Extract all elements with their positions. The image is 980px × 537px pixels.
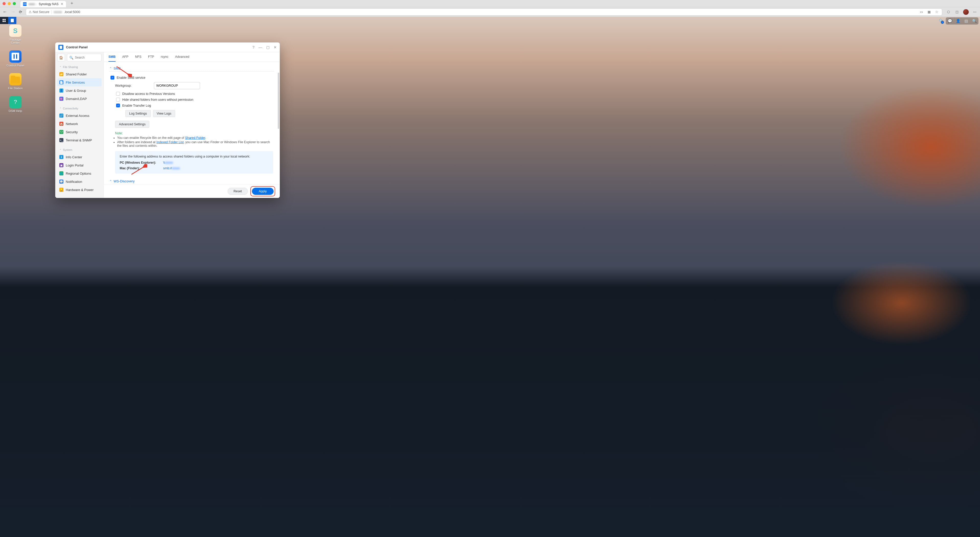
extensions-icon[interactable]: ⬡: [946, 10, 951, 14]
minimize-icon[interactable]: —: [259, 45, 262, 49]
bookmark-star-icon[interactable]: ☆: [934, 10, 939, 14]
advanced-settings-button[interactable]: Advanced Settings: [115, 121, 150, 128]
enable-transfer-log-label: Enable Transfer Log: [122, 104, 151, 107]
extension-2-icon[interactable]: ◫: [955, 10, 959, 14]
tab-afp[interactable]: AFP: [122, 52, 128, 62]
qr-icon[interactable]: ▦: [927, 10, 932, 14]
tray-search-icon[interactable]: 🔍: [972, 18, 977, 24]
sidebar-item-network[interactable]: 🏠Network: [57, 120, 102, 128]
sidebar-item-domain-ldap[interactable]: 🆔Domain/LDAP: [57, 95, 102, 103]
smb-content-scroll[interactable]: ⌃ SMB Enable SMB service Workg: [104, 62, 280, 184]
ws-discovery-section-header[interactable]: ⌃ WS-Discovery: [110, 178, 274, 184]
browser-toolbar: ← → ⟳ ⚠ Not Secure xxxxx.local:5000 ▭ ▦ …: [0, 7, 980, 17]
scrollbar-thumb[interactable]: [278, 73, 279, 129]
tray-package-update-icon[interactable]: 🔍: [939, 18, 944, 24]
control-panel-icon: [9, 50, 21, 63]
sidebar-group-connectivity[interactable]: Connectivity: [57, 105, 102, 111]
notification-icon: 💬: [59, 180, 64, 184]
hide-shared-checkbox[interactable]: [116, 98, 120, 102]
main-menu-button[interactable]: [0, 17, 8, 24]
control-panel-taskbar-button[interactable]: [8, 17, 16, 24]
file-services-panel: SMB AFP NFS FTP rsync Advanced ⌃ SMB: [104, 52, 280, 198]
tab-smb[interactable]: SMB: [108, 52, 116, 62]
tab-rsync[interactable]: rsync: [161, 52, 169, 62]
sidebar-item-user-group[interactable]: 👤User & Group: [57, 86, 102, 95]
indexed-folder-list-link[interactable]: Indexed Folder List: [156, 140, 184, 144]
sidebar-item-label: File Services: [66, 81, 85, 84]
tray-user-icon[interactable]: 👤: [955, 18, 961, 24]
tab-advanced[interactable]: Advanced: [175, 52, 189, 62]
log-settings-button[interactable]: Log Settings: [125, 110, 151, 117]
desktop-icon-dsm-help[interactable]: ? DSM Help: [5, 96, 25, 113]
desktop-icon-package-center[interactable]: Package Center: [5, 25, 25, 44]
reset-button[interactable]: Reset: [228, 188, 248, 195]
shared-folder-link[interactable]: Shared Folder: [185, 136, 205, 140]
sidebar-item-notification[interactable]: 💬Notification: [57, 178, 102, 186]
dsm-help-icon: ?: [9, 96, 21, 108]
sidebar-search-input[interactable]: [75, 56, 99, 59]
file-services-tabs: SMB AFP NFS FTP rsync Advanced: [104, 52, 280, 62]
screen-icon[interactable]: ▭: [919, 10, 924, 14]
desktop-icon-file-station[interactable]: File Station: [5, 73, 25, 90]
close-icon[interactable]: ✕: [274, 45, 277, 49]
window-title: Control Panel: [66, 45, 88, 49]
browser-tab[interactable]: DSM xxxx - Synology NAS ✕: [21, 1, 66, 7]
sidebar-item-shared-folder[interactable]: 📁Shared Folder: [57, 70, 102, 78]
info-mac-label: Mac (Finder):: [120, 167, 163, 170]
tab-close-icon[interactable]: ✕: [60, 2, 64, 6]
sidebar-item-external-access[interactable]: 🔗External Access: [57, 111, 102, 120]
apply-button[interactable]: Apply: [252, 188, 274, 195]
sidebar-item-label: Login Portal: [66, 164, 83, 167]
tab-nfs[interactable]: NFS: [135, 52, 142, 62]
not-secure-badge[interactable]: ⚠ Not Secure: [29, 10, 49, 14]
maximize-icon[interactable]: ▢: [266, 45, 270, 49]
url-visible: .local:5000: [64, 10, 80, 14]
sidebar-group-file-sharing[interactable]: File Sharing: [57, 64, 102, 70]
note-heading: Note:: [110, 132, 274, 135]
help-icon[interactable]: ?: [252, 45, 255, 49]
minimize-window-dot[interactable]: [8, 2, 11, 5]
sidebar-home-button[interactable]: 🏠: [57, 54, 65, 61]
enable-smb-checkbox[interactable]: [110, 76, 114, 79]
user-icon: 👤: [59, 89, 64, 92]
tab-ftp[interactable]: FTP: [148, 52, 154, 62]
workgroup-input[interactable]: [154, 82, 200, 89]
domain-icon: 🆔: [59, 97, 64, 101]
shield-icon: 🛡: [59, 130, 64, 134]
view-logs-button[interactable]: View Logs: [153, 110, 175, 117]
disallow-previous-checkbox[interactable]: [116, 92, 120, 95]
enable-transfer-log-checkbox[interactable]: [116, 103, 120, 107]
sidebar-group-system[interactable]: System: [57, 147, 102, 153]
sidebar-item-file-services[interactable]: 📄File Services: [57, 78, 102, 86]
url-bar[interactable]: ⚠ Not Secure xxxxx.local:5000 ▭ ▦ ☆: [26, 8, 942, 16]
maximize-window-dot[interactable]: [13, 2, 16, 5]
smb-section-header[interactable]: ⌃ SMB: [110, 65, 274, 71]
back-button[interactable]: ←: [3, 9, 7, 14]
new-tab-button[interactable]: +: [71, 1, 73, 6]
sidebar-item-regional-options[interactable]: 🌐Regional Options: [57, 169, 102, 178]
close-window-dot[interactable]: [3, 2, 6, 5]
sidebar-item-info-center[interactable]: ℹInfo Center: [57, 153, 102, 161]
sidebar-item-label: User & Group: [66, 89, 86, 92]
reload-button[interactable]: ⟳: [19, 10, 22, 14]
sidebar-item-terminal-snmp[interactable]: >_Terminal & SNMP: [57, 136, 102, 144]
ws-discovery-title: WS-Discovery: [113, 179, 135, 183]
sidebar-item-hardware-power[interactable]: 💡Hardware & Power: [57, 186, 102, 194]
sidebar-search[interactable]: 🔍: [67, 54, 102, 61]
sidebar-item-security[interactable]: 🛡Security: [57, 128, 102, 136]
profile-avatar[interactable]: [963, 9, 969, 15]
window-titlebar[interactable]: Control Panel ? — ▢ ✕: [55, 43, 280, 52]
desktop-icon-control-panel[interactable]: Control Panel: [5, 50, 25, 67]
external-access-icon: 🔗: [59, 114, 64, 118]
sidebar-item-login-portal[interactable]: ▣Login Portal: [57, 161, 102, 169]
sidebar-item-label: Regional Options: [66, 172, 91, 175]
tray-widgets-icon[interactable]: ▤: [964, 18, 969, 24]
tray-chat-icon[interactable]: 💬: [947, 18, 952, 24]
disallow-previous-row: Disallow access to Previous Versions: [115, 91, 274, 97]
panel-footer: Reset Apply: [104, 184, 280, 198]
apply-annotation-highlight: Apply: [250, 186, 275, 196]
control-panel-window: Control Panel ? — ▢ ✕ 🏠 🔍 File S: [55, 43, 280, 198]
info-pc-label: PC (Windows Explorer):: [120, 161, 163, 164]
browser-menu-icon[interactable]: ⋯: [972, 10, 977, 14]
window-body: 🏠 🔍 File Sharing 📁Shared Folder 📄File Se…: [55, 52, 280, 198]
